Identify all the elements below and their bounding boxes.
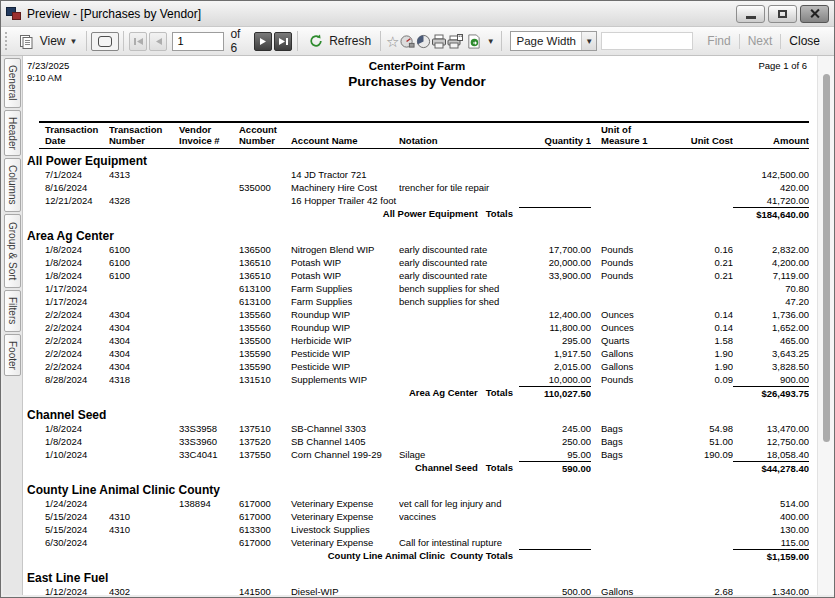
scrollbar-thumb[interactable] <box>823 74 830 442</box>
cell-transaction-date: 1/8/2024 <box>39 435 109 448</box>
cell-transaction-number: 6100 <box>109 243 171 256</box>
printer-icon[interactable] <box>431 32 447 50</box>
group-totals-row: Channel Seed Totals590.00$44,278.40 <box>39 461 817 474</box>
group-header: County Line Animal Clinic County <box>27 484 817 497</box>
report-page: 7/23/2025 9:10 AM CenterPoint Farm Purch… <box>23 56 817 595</box>
cell-transaction-number: 4304 <box>109 321 171 334</box>
cell-notation <box>399 373 519 386</box>
print-setup-icon[interactable] <box>447 32 463 50</box>
cell-transaction-date: 5/15/2024 <box>39 523 109 536</box>
cell-notation: Silage <box>399 448 519 461</box>
toolbar: View ▼ of 6 Refresh ☆ <box>1 27 834 56</box>
cell-unit-cost <box>661 536 733 549</box>
column-header-notation: Notation <box>399 124 519 146</box>
export-button[interactable]: ▼ <box>463 29 497 53</box>
zoom-combobox[interactable]: Page Width ▼ <box>510 31 598 51</box>
cell-vendor-invoice <box>171 269 231 282</box>
gauge-icon[interactable] <box>400 32 415 50</box>
sidebar-tab-columns[interactable]: Columns <box>4 158 21 212</box>
close-preview-button[interactable]: Close <box>781 34 828 48</box>
cell-transaction-number: 4304 <box>109 334 171 347</box>
cell-transaction-number: 4313 <box>109 168 171 181</box>
combo-dropdown-button[interactable]: ▼ <box>581 32 596 50</box>
totals-spacer <box>661 549 733 562</box>
cell-amount: 4,200.00 <box>733 256 809 269</box>
cell-transaction-number: 4310 <box>109 523 171 536</box>
cell-transaction-number: 4302 <box>109 585 171 595</box>
cell-transaction-date: 1/8/2024 <box>39 269 109 282</box>
totals-amount: $26,493.75 <box>733 386 809 399</box>
cell-account-number: 136500 <box>231 243 289 256</box>
cell-amount: 47.20 <box>733 295 809 308</box>
vertical-scrollbar[interactable] <box>817 56 834 595</box>
previous-page-button[interactable] <box>149 32 167 51</box>
cell-account-name: Farm Supplies <box>289 295 399 308</box>
next-page-button[interactable] <box>254 32 272 51</box>
totals-label: Area Ag Center Totals <box>39 386 519 399</box>
cell-transaction-number: 4304 <box>109 347 171 360</box>
cell-transaction-number: 4304 <box>109 308 171 321</box>
cell-vendor-invoice <box>171 256 231 269</box>
cell-account-name: Roundup WIP <box>289 321 399 334</box>
cell-quantity <box>519 497 591 510</box>
cell-vendor-invoice <box>171 347 231 360</box>
cell-quantity: 295.00 <box>519 334 591 347</box>
cell-transaction-date: 5/15/2024 <box>39 510 109 523</box>
cell-account-number: 135500 <box>231 334 289 347</box>
minimize-button[interactable] <box>736 5 765 23</box>
cell-vendor-invoice <box>171 243 231 256</box>
view-button[interactable]: View ▼ <box>13 29 83 53</box>
sidebar-tab-general[interactable]: General <box>4 58 21 108</box>
cell-account-number: 137510 <box>231 422 289 435</box>
app-icon <box>6 6 22 21</box>
cell-account-name: Corn Channel 199-29 <box>289 448 399 461</box>
sidebar-tab-group-sort[interactable]: Group & Sort <box>4 214 21 288</box>
main-area: GeneralHeaderColumnsGroup & SortFiltersF… <box>1 56 834 597</box>
totals-quantity: 110,027.50 <box>519 386 591 399</box>
close-window-button[interactable] <box>800 5 829 23</box>
cell-quantity: 33,900.00 <box>519 269 591 282</box>
previous-page-icon <box>154 37 163 46</box>
refresh-button[interactable]: Refresh <box>302 29 376 53</box>
cell-notation <box>399 168 519 181</box>
find-text-input[interactable] <box>601 32 693 50</box>
cell-amount: 7,119.00 <box>733 269 809 282</box>
cell-unit-cost: 1.90 <box>661 360 733 373</box>
cell-amount: 900.00 <box>733 373 809 386</box>
cell-unit-cost: 190.09 <box>661 448 733 461</box>
cell-quantity: 245.00 <box>519 422 591 435</box>
sidebar-tab-header[interactable]: Header <box>4 110 21 156</box>
cell-unit-of-measure: Ounces <box>591 308 661 321</box>
cell-quantity <box>519 523 591 536</box>
toolbar-grip[interactable] <box>5 32 9 50</box>
find-next-button[interactable]: Next <box>740 34 781 48</box>
report-time: 9:10 AM <box>27 72 177 84</box>
find-button[interactable]: Find <box>699 34 738 48</box>
last-page-button[interactable] <box>274 32 292 51</box>
star-icon[interactable]: ☆ <box>385 32 400 50</box>
table-row: 1/8/20246100136500Nitrogen Blend WIPearl… <box>39 243 817 256</box>
cell-transaction-number: 4318 <box>109 373 171 386</box>
totals-amount: $1,159.00 <box>733 549 809 562</box>
pie-chart-icon[interactable] <box>415 32 430 50</box>
table-row: 1/17/2024613100Farm Suppliesbench suppli… <box>39 282 817 295</box>
table-row: 6/30/2024617000Veterinary ExpenseCall fo… <box>39 536 817 549</box>
cell-vendor-invoice <box>171 181 231 194</box>
group-totals-row: County Line Animal Clinic County Totals$… <box>39 549 817 562</box>
sidebar-tab-footer[interactable]: Footer <box>4 334 21 376</box>
cell-unit-of-measure <box>591 523 661 536</box>
cell-vendor-invoice <box>171 308 231 321</box>
sidebar-tab-filters[interactable]: Filters <box>4 290 21 332</box>
first-page-button[interactable] <box>129 32 147 51</box>
cell-account-name: Supplements WIP <box>289 373 399 386</box>
cell-unit-of-measure: Pounds <box>591 269 661 282</box>
cell-quantity <box>519 536 591 549</box>
page-number-input[interactable] <box>172 32 224 51</box>
table-row: 8/28/20244318131510Supplements WIP10,000… <box>39 373 817 386</box>
restore-button[interactable] <box>768 5 797 23</box>
totals-spacer <box>591 386 661 399</box>
cell-notation: Call for intestinal rupture <box>399 536 519 549</box>
column-header-transaction-number: TransactionNumber <box>109 124 171 146</box>
cell-unit-cost: 0.09 <box>661 373 733 386</box>
tooltip-toggle-button[interactable] <box>91 32 119 51</box>
